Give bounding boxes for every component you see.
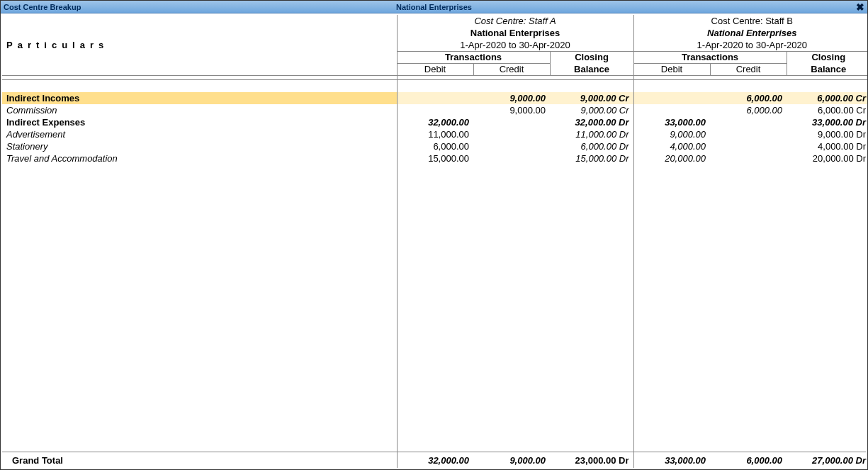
table-row[interactable]: Advertisement 11,000.00 11,000.00 Dr 9,0… (2, 128, 867, 140)
cell-b-balance: 4,000.00 Dr (787, 140, 867, 152)
cell-b-balance: 6,000.00 Cr (787, 104, 867, 116)
cell-b-balance: 6,000.00 Cr (787, 92, 867, 104)
cell-b-debit: 4,000.00 (633, 140, 710, 152)
cell-b-credit (710, 128, 787, 140)
section-a-costcentre: Cost Centre: Staff A (397, 15, 633, 27)
section-a-company: National Enterprises (397, 27, 633, 39)
table-row[interactable]: Travel and Accommodation 15,000.00 15,00… (2, 152, 867, 164)
close-icon[interactable]: ✖ (856, 1, 864, 13)
section-b-company: National Enterprises (633, 27, 867, 39)
section-a-credit-header: Credit (473, 63, 550, 75)
row-label: Indirect Expenses (2, 116, 397, 128)
cell-a-debit: 32,000.00 (397, 116, 473, 128)
cell-a-balance: 32,000.00 Dr (550, 116, 633, 128)
grand-total-a-debit: 32,000.00 (397, 452, 473, 468)
col-header-particulars: Particulars (2, 15, 397, 75)
table-row[interactable]: Indirect Incomes 9,000.00 9,000.00 Cr 6,… (2, 92, 867, 104)
titlebar: Cost Centre Breakup National Enterprises… (1, 1, 867, 13)
grand-total-b-credit: 6,000.00 (710, 452, 787, 468)
cell-b-credit (710, 116, 787, 128)
grand-total-a-balance: 23,000.00 Dr (550, 452, 633, 468)
window-title-left: Cost Centre Breakup (1, 3, 81, 11)
cell-a-debit: 6,000.00 (397, 140, 473, 152)
cell-a-debit: 15,000.00 (397, 152, 473, 164)
cell-b-balance: 33,000.00 Dr (787, 116, 867, 128)
section-a-balance-header: Balance (550, 63, 633, 75)
grand-total-label: Grand Total (2, 452, 397, 468)
cell-b-credit: 6,000.00 (710, 104, 787, 116)
section-b-period: 1-Apr-2020 to 30-Apr-2020 (633, 39, 867, 51)
cell-a-debit: 11,000.00 (397, 128, 473, 140)
row-label: Advertisement (2, 128, 397, 140)
section-b-costcentre: Cost Centre: Staff B (633, 15, 867, 27)
cell-a-credit: 9,000.00 (473, 104, 550, 116)
report-body: Particulars Cost Centre: Staff A Cost Ce… (1, 13, 867, 469)
cell-a-debit (397, 104, 473, 116)
grand-total-row: Grand Total 32,000.00 9,000.00 23,000.00… (2, 452, 867, 468)
section-a-period: 1-Apr-2020 to 30-Apr-2020 (397, 39, 633, 51)
cell-a-balance: 11,000.00 Dr (550, 128, 633, 140)
blank-row (2, 80, 867, 92)
grand-total-b-debit: 33,000.00 (633, 452, 710, 468)
row-label: Stationery (2, 140, 397, 152)
section-b-transactions: Transactions (633, 51, 787, 63)
empty-area (2, 164, 866, 452)
section-b-closing: Closing (787, 51, 867, 63)
cell-b-balance: 9,000.00 Dr (787, 128, 867, 140)
cell-a-balance: 6,000.00 Dr (550, 140, 633, 152)
cell-b-balance: 20,000.00 Dr (787, 152, 867, 164)
cell-b-credit (710, 152, 787, 164)
cell-b-debit: 33,000.00 (633, 116, 710, 128)
cell-b-credit: 6,000.00 (710, 92, 787, 104)
section-a-closing: Closing (550, 51, 633, 63)
cell-a-credit (473, 116, 550, 128)
section-a-debit-header: Debit (397, 63, 473, 75)
row-label: Commission (2, 104, 397, 116)
cell-b-debit (633, 92, 710, 104)
window-title-center: National Enterprises (1, 3, 867, 11)
cell-a-debit (397, 92, 473, 104)
cell-a-credit: 9,000.00 (473, 92, 550, 104)
cell-a-credit (473, 128, 550, 140)
table-row[interactable]: Indirect Expenses 32,000.00 32,000.00 Dr… (2, 116, 867, 128)
cell-a-balance: 9,000.00 Cr (550, 104, 633, 116)
section-a-transactions: Transactions (397, 51, 550, 63)
cell-b-debit: 20,000.00 (633, 152, 710, 164)
cell-b-credit (710, 140, 787, 152)
cell-a-balance: 9,000.00 Cr (550, 92, 633, 104)
cell-b-debit: 9,000.00 (633, 128, 710, 140)
grand-total-a-credit: 9,000.00 (473, 452, 550, 468)
section-b-credit-header: Credit (710, 63, 787, 75)
window: Cost Centre Breakup National Enterprises… (0, 0, 868, 470)
cell-b-debit (633, 104, 710, 116)
table-row[interactable]: Commission 9,000.00 9,000.00 Cr 6,000.00… (2, 104, 867, 116)
data-table: Indirect Incomes 9,000.00 9,000.00 Cr 6,… (2, 80, 867, 164)
header-table: Particulars Cost Centre: Staff A Cost Ce… (2, 15, 867, 80)
table-row[interactable]: Stationery 6,000.00 6,000.00 Dr 4,000.00… (2, 140, 867, 152)
section-b-debit-header: Debit (633, 63, 710, 75)
cell-a-balance: 15,000.00 Dr (550, 152, 633, 164)
section-b-balance-header: Balance (787, 63, 867, 75)
grand-total-b-balance: 27,000.00 Dr (787, 452, 867, 468)
footer: Grand Total 32,000.00 9,000.00 23,000.00… (2, 452, 866, 468)
cell-a-credit (473, 152, 550, 164)
cell-a-credit (473, 140, 550, 152)
row-label: Travel and Accommodation (2, 152, 397, 164)
row-label: Indirect Incomes (2, 92, 397, 104)
